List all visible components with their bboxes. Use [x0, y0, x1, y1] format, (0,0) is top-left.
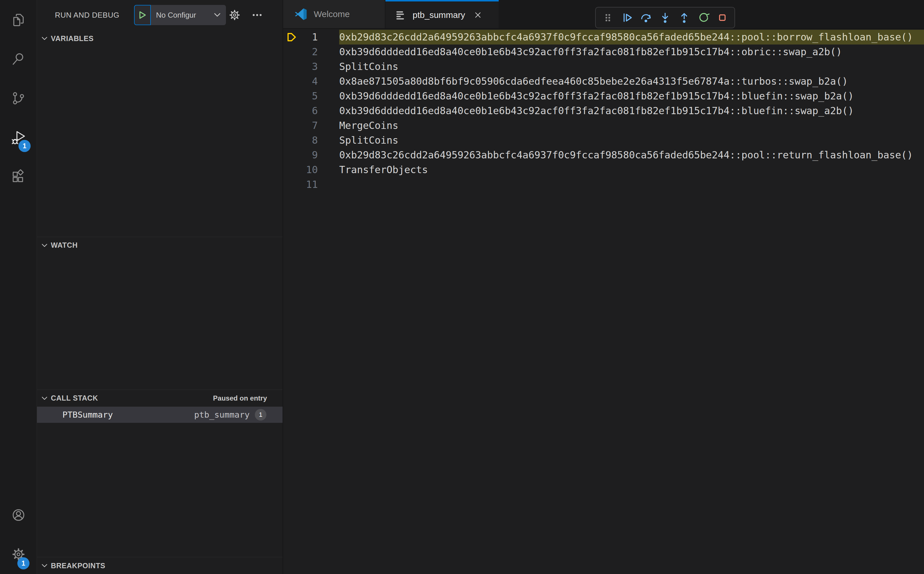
file-list-icon [395, 9, 407, 21]
activity-bar-top: 1 [0, 0, 37, 197]
line-number: 11 [301, 177, 318, 192]
line-number: 1 [301, 30, 318, 44]
editor-line[interactable]: 5 0xb39d6dddedd16ed8a40ce0b1e6b43c92acf0… [283, 89, 924, 104]
activity-item-extensions[interactable] [0, 157, 37, 197]
code-text[interactable]: TransferObjects [339, 162, 924, 177]
breakpoints-section-header[interactable]: BREAKPOINTS [37, 557, 283, 574]
step-over-button[interactable] [637, 9, 655, 27]
activity-bar: 1 [0, 0, 37, 574]
editor-line[interactable]: 10 TransferObjects [283, 162, 924, 177]
glyph-margin[interactable] [283, 148, 301, 162]
debug-toolbar-drag-handle[interactable] [599, 9, 617, 27]
editor-line[interactable]: 1 0xb29d83c26cdd2a64959263abbcfc4a6937f0… [283, 30, 924, 44]
glyph-margin[interactable] [283, 133, 301, 148]
line-number: 8 [301, 133, 318, 148]
views-more-actions-button[interactable] [250, 8, 264, 22]
call-stack-section-header[interactable]: CALL STACK Paused on entry [37, 390, 283, 407]
editor-line[interactable]: 4 0x8ae871505a80d8bf6bf9c05906cda6edfeea… [283, 74, 924, 89]
glyph-margin[interactable] [283, 162, 301, 177]
editor-line[interactable]: 2 0xb39d6dddedd16ed8a40ce0b1e6b43c92acf0… [283, 44, 924, 59]
step-over-icon [640, 11, 652, 24]
open-launch-config-button[interactable] [228, 8, 242, 22]
debug-continue-button[interactable] [618, 9, 636, 27]
activity-item-search[interactable] [0, 39, 37, 79]
vscode-logo-icon [294, 8, 307, 21]
activity-item-source-control[interactable] [0, 79, 37, 118]
editor-line[interactable]: 6 0xb39d6dddedd16ed8a40ce0b1e6b43c92acf0… [283, 104, 924, 118]
activity-item-settings[interactable]: 1 [0, 535, 37, 574]
frame-name: PTBSummary [62, 410, 113, 419]
code-text[interactable] [339, 177, 924, 192]
chevron-down-icon [42, 36, 47, 41]
editor-line[interactable]: 11 [283, 177, 924, 192]
editor-line[interactable]: 7 MergeCoins [283, 118, 924, 133]
editor-line[interactable]: 8 SplitCoins [283, 133, 924, 148]
stop-button[interactable] [713, 9, 732, 27]
watch-section-label: WATCH [51, 241, 78, 249]
chevron-down-icon [42, 243, 47, 248]
start-debugging-button[interactable] [134, 5, 151, 25]
line-number: 7 [301, 118, 318, 133]
restart-icon [697, 11, 710, 24]
tab-ptb-summary[interactable]: ptb_summary [386, 0, 499, 28]
code-text[interactable]: 0xb29d83c26cdd2a64959263abbcfc4a6937f0c9… [339, 148, 924, 162]
line-number: 3 [301, 59, 318, 74]
code-editor[interactable]: 1 0xb29d83c26cdd2a64959263abbcfc4a6937f0… [283, 29, 924, 574]
debug-config-dropdown[interactable]: No Configur [151, 5, 226, 25]
step-out-button[interactable] [675, 9, 693, 27]
code-text[interactable]: 0xb29d83c26cdd2a64959263abbcfc4a6937f0c9… [339, 30, 924, 44]
tab-welcome[interactable]: Welcome [283, 0, 386, 28]
variables-section: VARIABLES [37, 30, 283, 237]
step-into-button[interactable] [656, 9, 674, 27]
close-icon [473, 10, 483, 20]
glyph-margin[interactable] [283, 177, 301, 192]
gripper-icon [601, 11, 614, 24]
editor-line[interactable]: 9 0xb29d83c26cdd2a64959263abbcfc4a6937f0… [283, 148, 924, 162]
launch-control: No Configur [134, 5, 226, 25]
restart-button[interactable] [694, 9, 713, 27]
watch-section: WATCH [37, 237, 283, 390]
code-text[interactable]: 0x8ae871505a80d8bf6bf9c05906cda6edfeea46… [339, 74, 924, 89]
code-text[interactable]: 0xb39d6dddedd16ed8a40ce0b1e6b43c92acf0ff… [339, 89, 924, 104]
glyph-margin[interactable] [283, 89, 301, 104]
debug-session-badge: 1 [19, 140, 31, 152]
code-text[interactable]: 0xb39d6dddedd16ed8a40ce0b1e6b43c92acf0ff… [339, 44, 924, 59]
line-number: 2 [301, 44, 318, 59]
glyph-margin[interactable] [283, 59, 301, 74]
chevron-down-icon [214, 13, 221, 17]
variables-section-header[interactable]: VARIABLES [37, 30, 283, 47]
glyph-margin[interactable] [283, 30, 301, 44]
editor-group: Welcome ptb_summary [283, 0, 924, 574]
code-text[interactable]: 0xb39d6dddedd16ed8a40ce0b1e6b43c92acf0ff… [339, 104, 924, 118]
tab-label: Welcome [314, 9, 349, 19]
activity-item-run-and-debug[interactable]: 1 [0, 118, 37, 157]
watch-section-header[interactable]: WATCH [37, 237, 283, 254]
line-number: 4 [301, 74, 318, 89]
source-control-icon [11, 91, 26, 106]
breakpoints-section: BREAKPOINTS [37, 557, 283, 574]
editor-line[interactable]: 3 SplitCoins [283, 59, 924, 74]
code-text[interactable]: SplitCoins [339, 133, 924, 148]
play-icon [138, 11, 147, 19]
activity-item-accounts[interactable] [0, 495, 37, 535]
activity-bar-bottom: 1 [0, 495, 37, 574]
glyph-margin[interactable] [283, 44, 301, 59]
files-icon [11, 12, 26, 27]
chevron-down-icon [42, 396, 47, 400]
debug-config-label: No Configur [156, 11, 210, 20]
line-number: 6 [301, 104, 318, 118]
variables-section-label: VARIABLES [51, 35, 94, 43]
glyph-margin[interactable] [283, 74, 301, 89]
close-tab-button[interactable] [472, 9, 484, 21]
code-text[interactable]: SplitCoins [339, 59, 924, 74]
glyph-margin[interactable] [283, 118, 301, 133]
call-stack-frame[interactable]: PTBSummary ptb_summary 1 [37, 407, 283, 423]
glyph-margin[interactable] [283, 104, 301, 118]
activity-item-explorer[interactable] [0, 0, 37, 39]
line-number: 10 [301, 162, 318, 177]
settings-badge: 1 [17, 557, 30, 569]
code-text[interactable]: MergeCoins [339, 118, 924, 133]
chevron-down-icon [42, 564, 47, 568]
frame-file: ptb_summary [194, 410, 250, 419]
line-number: 9 [301, 148, 318, 162]
